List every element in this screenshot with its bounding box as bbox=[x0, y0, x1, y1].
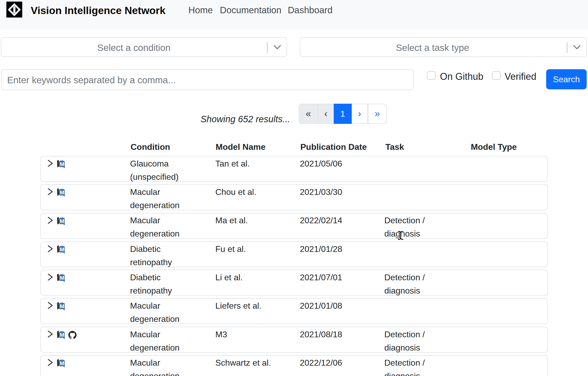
svg-text:M: M bbox=[60, 161, 64, 167]
svg-text:M: M bbox=[60, 360, 64, 366]
svg-text:M: M bbox=[60, 246, 64, 252]
svg-text:M: M bbox=[60, 189, 64, 195]
svg-text:M: M bbox=[60, 332, 64, 338]
svg-text:M: M bbox=[60, 303, 64, 309]
svg-text:M: M bbox=[60, 275, 64, 281]
svg-text:M: M bbox=[60, 218, 64, 224]
